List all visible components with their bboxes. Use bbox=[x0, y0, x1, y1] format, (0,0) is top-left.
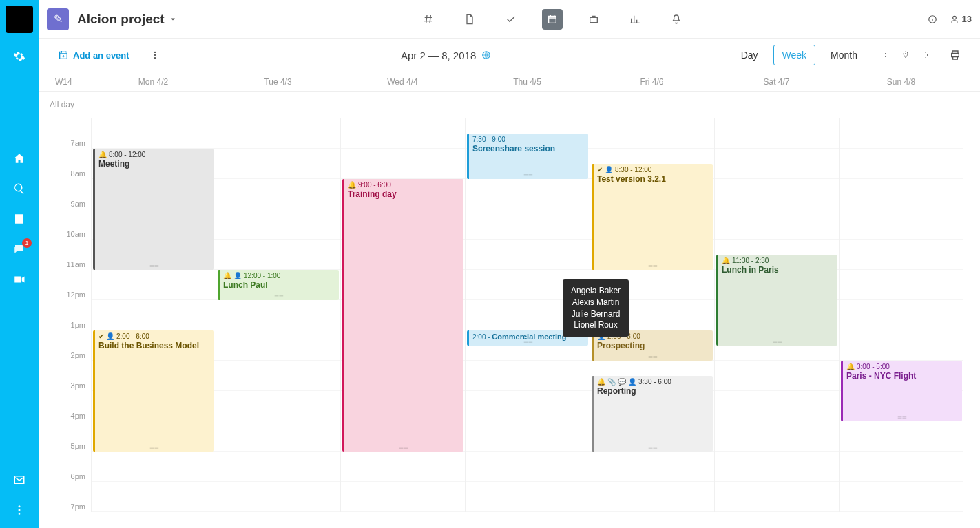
user-count[interactable]: 13 bbox=[950, 14, 972, 24]
tooltip-line: Alexis Martin bbox=[571, 297, 621, 308]
globe-icon[interactable] bbox=[481, 50, 491, 60]
project-name-label: Alcion project bbox=[77, 12, 165, 27]
day-col-fri[interactable]: ✔👤8:30 - 12:00 Test version 3.2.1 ══ 👤2:… bbox=[590, 118, 714, 512]
hour-label: 3pm bbox=[50, 361, 91, 391]
day-header: Wed 4/4 bbox=[340, 77, 465, 87]
sidebar: 1 bbox=[0, 0, 39, 528]
day-col-wed[interactable]: 🔔9:00 - 6:00 Training day ══ bbox=[340, 118, 465, 512]
prev-icon[interactable] bbox=[881, 51, 889, 59]
kebab-icon[interactable] bbox=[150, 50, 160, 60]
event-time: 8:00 - 12:00 bbox=[109, 151, 145, 158]
event-lunch-paris[interactable]: 🔔11:30 - 2:30 Lunch in Paris ══ bbox=[716, 255, 837, 346]
hash-icon[interactable] bbox=[418, 9, 439, 30]
event-time: 11:30 - 2:30 bbox=[732, 257, 769, 264]
hour-label: 6pm bbox=[50, 452, 91, 482]
event-time: 12:00 - 1:00 bbox=[244, 272, 280, 279]
project-avatar[interactable]: ✎ bbox=[47, 8, 69, 30]
event-title: Lunch in Paris bbox=[722, 265, 834, 275]
more-icon[interactable] bbox=[12, 503, 26, 517]
event-title: Test version 3.2.1 bbox=[597, 174, 709, 184]
event-title: Build the Business Model bbox=[98, 341, 211, 350]
app-logo[interactable] bbox=[6, 6, 33, 33]
home-icon[interactable] bbox=[12, 151, 26, 165]
svg-point-2 bbox=[19, 513, 21, 515]
chat-badge: 1 bbox=[22, 238, 32, 248]
event-title: Training day bbox=[348, 189, 460, 199]
svg-point-8 bbox=[905, 53, 906, 54]
hour-label: 7am bbox=[50, 118, 91, 149]
bell-icon[interactable] bbox=[666, 9, 687, 30]
view-month[interactable]: Month bbox=[822, 45, 866, 65]
hour-label: 10am bbox=[50, 209, 91, 240]
hour-label: 1pm bbox=[50, 300, 91, 330]
view-day[interactable]: Day bbox=[733, 45, 767, 65]
event-test-version[interactable]: ✔👤8:30 - 12:00 Test version 3.2.1 ══ bbox=[592, 164, 713, 270]
day-col-tue[interactable]: 🔔👤12:00 - 1:00 Lunch Paul ══ bbox=[216, 118, 340, 512]
svg-point-0 bbox=[19, 505, 21, 507]
hour-label: 12pm bbox=[50, 270, 91, 300]
pin-icon[interactable] bbox=[901, 50, 910, 60]
event-title: Lunch Paul bbox=[223, 280, 335, 290]
chart-icon[interactable] bbox=[625, 9, 645, 30]
user-icon bbox=[950, 14, 959, 24]
event-screenshare[interactable]: 7:30 - 9:00 Screenshare session ══ bbox=[467, 134, 588, 179]
day-header: Fri 4/6 bbox=[590, 77, 714, 87]
event-time: 7:30 - 9:00 bbox=[472, 136, 505, 143]
briefcase-icon[interactable] bbox=[583, 9, 604, 30]
event-time: 2:00 - bbox=[472, 333, 492, 341]
svg-point-6 bbox=[154, 57, 155, 59]
day-col-sat[interactable]: 🔔11:30 - 2:30 Lunch in Paris ══ bbox=[714, 118, 839, 512]
chevron-down-icon bbox=[169, 15, 177, 23]
hour-label: 4pm bbox=[50, 391, 91, 421]
add-event-label: Add an event bbox=[73, 50, 129, 61]
day-header: Tue 4/3 bbox=[216, 77, 340, 87]
next-icon[interactable] bbox=[922, 51, 930, 59]
view-week[interactable]: Week bbox=[773, 45, 816, 65]
day-col-sun[interactable]: 🔔3:00 - 5:00 Paris - NYC Flight ══ bbox=[839, 118, 963, 512]
event-time: 2:00 - 6:00 bbox=[116, 332, 149, 340]
attendee-tooltip: Angela Baker Alexis Martin Julie Bernard… bbox=[563, 279, 629, 337]
day-col-mon[interactable]: 🔔8:00 - 12:00 Meeting ══ ✔👤2:00 - 6:00 B… bbox=[91, 118, 216, 512]
gear-icon[interactable] bbox=[12, 50, 26, 63]
calendar-header: W14 Mon 4/2 Tue 4/3 Wed 4/4 Thu 4/5 Fri … bbox=[39, 72, 980, 92]
chat-icon[interactable]: 1 bbox=[12, 242, 26, 256]
allday-label: All day bbox=[50, 100, 91, 109]
event-title: Screenshare session bbox=[472, 144, 585, 154]
event-reporting[interactable]: 🔔📎💬👤3:30 - 6:00 Reporting ══ bbox=[592, 376, 713, 452]
event-paris-nyc[interactable]: 🔔3:00 - 5:00 Paris - NYC Flight ══ bbox=[841, 361, 962, 421]
day-header: Thu 4/5 bbox=[465, 77, 590, 87]
event-title: Paris - NYC Flight bbox=[846, 371, 959, 381]
event-title: Reporting bbox=[597, 386, 709, 396]
user-count-label: 13 bbox=[962, 14, 972, 24]
event-lunch-paul[interactable]: 🔔👤12:00 - 1:00 Lunch Paul ══ bbox=[218, 270, 339, 300]
calendar-icon[interactable] bbox=[542, 9, 563, 30]
event-meeting[interactable]: 🔔8:00 - 12:00 Meeting ══ bbox=[93, 149, 214, 270]
event-build-model[interactable]: ✔👤2:00 - 6:00 Build the Business Model ═… bbox=[93, 330, 214, 452]
week-label: W14 bbox=[50, 77, 91, 87]
event-time: 3:00 - 5:00 bbox=[857, 363, 890, 370]
add-event-icon bbox=[58, 50, 69, 61]
svg-point-5 bbox=[154, 54, 155, 56]
check-icon[interactable] bbox=[501, 9, 521, 30]
search-icon[interactable] bbox=[12, 182, 26, 196]
event-title: Meeting bbox=[98, 159, 211, 169]
contacts-icon[interactable] bbox=[12, 212, 26, 226]
mail-icon[interactable] bbox=[12, 473, 26, 487]
video-icon[interactable] bbox=[12, 273, 26, 286]
subbar: Add an event Apr 2 — 8, 2018 Day Week Mo… bbox=[39, 39, 980, 72]
hour-label: 7pm bbox=[50, 482, 91, 512]
print-icon[interactable] bbox=[950, 50, 961, 61]
svg-point-1 bbox=[19, 509, 21, 511]
allday-row: All day bbox=[39, 92, 980, 118]
day-header: Sat 4/7 bbox=[714, 77, 839, 87]
info-icon[interactable] bbox=[928, 14, 937, 24]
project-title[interactable]: Alcion project bbox=[77, 12, 177, 27]
event-time: 3:30 - 6:00 bbox=[638, 378, 671, 386]
day-header: Mon 4/2 bbox=[91, 77, 216, 87]
tooltip-line: Angela Baker bbox=[571, 285, 621, 297]
hour-label: 11am bbox=[50, 240, 91, 270]
add-event-button[interactable]: Add an event bbox=[58, 50, 129, 61]
file-icon[interactable] bbox=[459, 9, 480, 30]
hour-label: 8am bbox=[50, 149, 91, 179]
event-training[interactable]: 🔔9:00 - 6:00 Training day ══ bbox=[342, 179, 463, 452]
